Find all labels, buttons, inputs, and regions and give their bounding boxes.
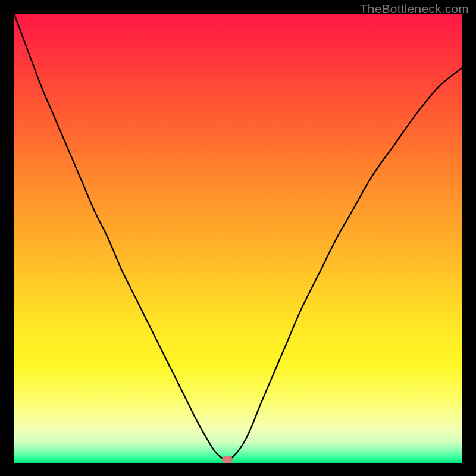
plot-area [14, 14, 462, 463]
chart-frame: TheBottleneck.com [0, 0, 476, 476]
watermark-text: TheBottleneck.com [360, 2, 469, 16]
bottleneck-curve [14, 14, 462, 463]
optimum-marker [222, 456, 233, 463]
